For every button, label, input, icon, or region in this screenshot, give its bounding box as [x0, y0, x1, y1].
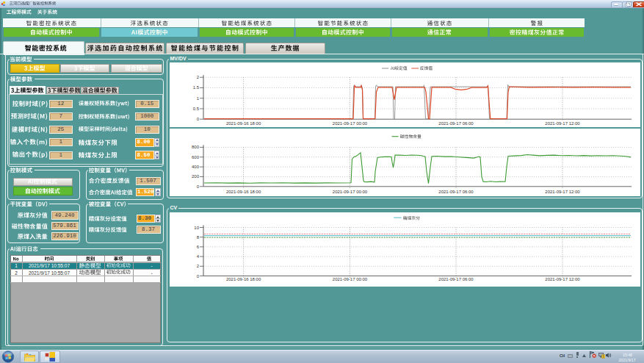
- svg-text:2021-09-17 06:00: 2021-09-17 06:00: [438, 190, 474, 194]
- svg-text:1: 1: [197, 96, 200, 101]
- svg-text:8: 8: [197, 235, 200, 240]
- svg-text:600: 600: [192, 155, 200, 159]
- svg-text:2021-09-17 12:00: 2021-09-17 12:00: [545, 190, 580, 194]
- svg-text:2021-09-17 12:00: 2021-09-17 12:00: [545, 121, 580, 126]
- svg-text:1.5: 1.5: [193, 85, 200, 90]
- svg-text:2021-09-16 18:00: 2021-09-16 18:00: [226, 277, 261, 281]
- svg-text:2021-09-17 06:00: 2021-09-17 06:00: [438, 277, 474, 281]
- svg-text:0.5: 0.5: [193, 107, 200, 111]
- svg-text:0: 0: [197, 117, 200, 121]
- svg-text:6: 6: [197, 245, 200, 249]
- svg-text:2021-09-16 18:00: 2021-09-16 18:00: [226, 121, 261, 126]
- svg-text:0: 0: [197, 184, 200, 189]
- svg-text:0: 0: [197, 274, 200, 278]
- svg-text:2021-09-17 12:00: 2021-09-17 12:00: [545, 277, 580, 281]
- svg-text:10: 10: [194, 226, 199, 230]
- svg-text:2: 2: [197, 264, 200, 268]
- svg-text:2021-09-17 00:00: 2021-09-17 00:00: [333, 121, 368, 126]
- svg-text:2021-09-17 00:00: 2021-09-17 00:00: [333, 277, 368, 281]
- svg-text:4: 4: [197, 254, 200, 259]
- svg-text:200: 200: [192, 174, 200, 179]
- svg-text:400: 400: [192, 165, 200, 169]
- svg-text:2: 2: [197, 75, 200, 79]
- svg-text:2021-09-16 18:00: 2021-09-16 18:00: [226, 190, 261, 194]
- svg-text:2021-09-17 00:00: 2021-09-17 00:00: [333, 190, 368, 194]
- svg-text:2021-09-17 06:00: 2021-09-17 06:00: [438, 121, 474, 126]
- svg-text:800: 800: [192, 145, 200, 149]
